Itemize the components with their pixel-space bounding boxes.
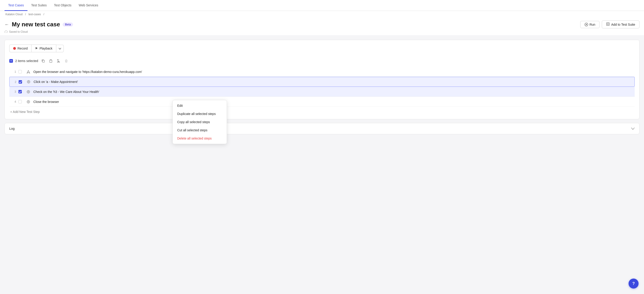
- target-icon: [26, 80, 32, 84]
- log-label: Log: [9, 127, 14, 130]
- select-all-checkbox[interactable]: [9, 59, 13, 63]
- target-icon: [25, 90, 32, 94]
- step-description: Close the browser: [32, 100, 634, 104]
- run-label: Run: [590, 23, 596, 26]
- svg-point-25: [28, 101, 29, 102]
- navigate-icon: [25, 70, 32, 74]
- toolbar-row: Record Playback: [9, 45, 635, 52]
- saved-status: Saved to Cloud: [0, 29, 644, 35]
- page-header: ← My new test case Beta Run Add to Test …: [0, 18, 644, 29]
- context-menu-edit[interactable]: Edit: [173, 102, 227, 110]
- svg-rect-7: [50, 60, 52, 63]
- playback-button[interactable]: Playback: [31, 45, 56, 52]
- record-dot-icon: [13, 47, 16, 50]
- playback-label: Playback: [40, 47, 52, 50]
- nav-item-test-objects[interactable]: Test Objects: [50, 0, 75, 11]
- cloud-icon: [4, 30, 8, 33]
- test-editor-card: Record Playback 2 items selected: [4, 40, 640, 119]
- add-step-label: + Add New Test Step: [10, 110, 40, 114]
- add-step-button[interactable]: + Add New Test Step: [9, 107, 635, 115]
- record-button[interactable]: Record: [9, 45, 31, 52]
- breadcrumb: Katalon Cloud / test-cases /: [0, 11, 644, 18]
- step-number: 4: [10, 100, 18, 103]
- selection-count: 2 items selected: [15, 59, 38, 63]
- step-description: Open the browser and navigate to 'https:…: [32, 70, 634, 74]
- cut-icon-btn[interactable]: [56, 58, 61, 64]
- step-checkbox-3[interactable]: [18, 90, 23, 94]
- target-icon: [25, 100, 32, 104]
- beta-badge: Beta: [63, 23, 73, 27]
- back-button[interactable]: ←: [4, 22, 9, 27]
- paste-icon-btn[interactable]: [48, 58, 54, 64]
- run-button[interactable]: Run: [580, 21, 600, 28]
- svg-point-19: [28, 91, 29, 92]
- chevron-down-icon: [58, 47, 61, 50]
- step-row: 4 Close the browser: [9, 97, 635, 107]
- context-menu-cut[interactable]: Cut all selected steps: [173, 126, 227, 134]
- saved-label: Saved to Cloud: [9, 30, 28, 33]
- header-right: Run Add to Test Suite: [580, 21, 640, 29]
- step-number: 3: [10, 90, 18, 93]
- step-number: 2: [10, 80, 18, 84]
- add-suite-label: Add to Test Suite: [611, 23, 635, 26]
- step-description: Check on the 'h3 - We Care About Your He…: [32, 90, 634, 94]
- breadcrumb-katalon[interactable]: Katalon Cloud: [6, 13, 22, 16]
- copy-icon-btn[interactable]: [40, 58, 46, 64]
- delete-icon-btn[interactable]: [64, 58, 69, 64]
- add-to-suite-button[interactable]: Add to Test Suite: [602, 21, 640, 29]
- step-checkbox-1[interactable]: [18, 70, 23, 74]
- run-icon: [584, 23, 588, 26]
- playback-play-icon: [35, 47, 38, 50]
- main-content: Record Playback 2 items selected: [0, 35, 644, 293]
- top-nav: Test CasesTest SuitesTest ObjectsWeb Ser…: [0, 0, 644, 11]
- step-number: 1: [10, 70, 18, 73]
- breadcrumb-test-cases[interactable]: test-cases: [28, 13, 41, 16]
- record-label: Record: [18, 47, 28, 50]
- context-menu-copy[interactable]: Copy all selected steps: [173, 118, 227, 126]
- context-menu-delete[interactable]: Delete all selected steps: [173, 134, 227, 142]
- header-left: ← My new test case Beta: [4, 21, 73, 28]
- step-row: 2 Click on 'a - Make Appointment': [9, 77, 635, 87]
- step-description: Click on 'a - Make Appointment': [32, 80, 634, 84]
- svg-marker-11: [27, 70, 30, 73]
- selection-bar: 2 items selected: [9, 57, 635, 67]
- step-row: 3 Check on the 'h3 - We Care About Your …: [9, 87, 635, 97]
- help-button[interactable]: ?: [628, 278, 638, 288]
- context-menu: Edit Duplicate all selected steps Copy a…: [172, 100, 227, 144]
- nav-item-test-cases[interactable]: Test Cases: [4, 0, 28, 11]
- nav-item-web-services[interactable]: Web Services: [75, 0, 102, 11]
- svg-rect-6: [42, 60, 44, 62]
- help-icon: ?: [632, 281, 635, 286]
- step-checkbox-2[interactable]: [18, 80, 23, 84]
- svg-point-13: [28, 81, 29, 82]
- context-menu-duplicate[interactable]: Duplicate all selected steps: [173, 110, 227, 118]
- steps-list: 1 Open the browser and navigate to 'http…: [9, 67, 635, 107]
- log-chevron-icon[interactable]: [631, 127, 635, 130]
- svg-marker-5: [36, 47, 38, 49]
- step-checkbox-4[interactable]: [18, 100, 23, 104]
- step-row: 1 Open the browser and navigate to 'http…: [9, 67, 635, 77]
- dropdown-button[interactable]: [56, 45, 64, 52]
- svg-marker-1: [586, 24, 587, 25]
- page-title: My new test case: [12, 21, 60, 28]
- log-card: Log: [4, 123, 640, 134]
- add-suite-icon: [606, 22, 610, 27]
- nav-item-test-suites[interactable]: Test Suites: [28, 0, 50, 11]
